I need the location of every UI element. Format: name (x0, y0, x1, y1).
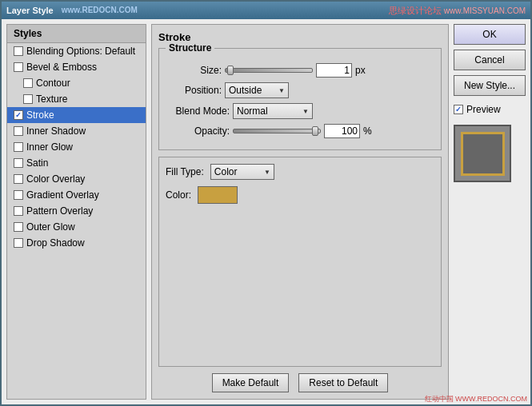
size-unit: px (355, 65, 366, 76)
label-contour: Contour (36, 78, 70, 89)
checkbox-stroke[interactable]: ✓ (14, 110, 23, 120)
make-default-button[interactable]: Make Default (212, 373, 290, 392)
styles-header: Styles (7, 25, 146, 43)
checkbox-inner-glow[interactable] (14, 142, 23, 152)
checkbox-texture[interactable] (23, 94, 33, 104)
sidebar-item-stroke[interactable]: ✓ Stroke (7, 107, 146, 123)
action-panel: OK Cancel New Style... ✓ Preview (454, 24, 526, 400)
preview-label-text: Preview (466, 104, 501, 115)
label-gradient-overlay: Gradient Overlay (26, 189, 99, 201)
sidebar-item-texture[interactable]: Texture (7, 91, 146, 107)
checkbox-outer-glow[interactable] (14, 222, 23, 232)
label-bevel-emboss: Bevel & Emboss (26, 62, 97, 73)
preview-inner (461, 132, 505, 176)
preview-checkbox[interactable]: ✓ (454, 105, 463, 114)
checkbox-satin[interactable] (14, 158, 23, 168)
preview-row: ✓ Preview (454, 104, 526, 115)
ok-button[interactable]: OK (454, 24, 526, 45)
sidebar-item-drop-shadow[interactable]: Drop Shadow (7, 235, 146, 251)
label-inner-glow: Inner Glow (26, 141, 73, 153)
position-select[interactable]: Outside ▼ (225, 82, 289, 98)
checkbox-gradient-overlay[interactable] (14, 190, 23, 200)
fill-group: Fill Type: Color ▼ Color: (158, 157, 442, 367)
sidebar-item-inner-glow[interactable]: Inner Glow (7, 139, 146, 155)
reset-to-default-button[interactable]: Reset to Default (298, 373, 388, 392)
color-label: Color: (166, 189, 191, 201)
checkbox-blending[interactable] (14, 46, 23, 56)
title-bar: Layer Style www.REDOCN.COM 思绿设计论坛 www.MI… (2, 2, 530, 19)
checkbox-contour[interactable] (23, 78, 33, 88)
styles-list: Blending Options: Default Bevel & Emboss… (7, 43, 146, 399)
blend-mode-row: Blend Mode: Normal ▼ (166, 103, 434, 119)
position-arrow: ▼ (278, 87, 285, 94)
main-content: Styles Blending Options: Default Bevel &… (2, 19, 530, 404)
blend-mode-value: Normal (237, 105, 268, 117)
size-label: Size: (166, 65, 222, 76)
opacity-slider-thumb[interactable] (312, 126, 318, 136)
title-right-text: 思绿设计论坛 (389, 6, 442, 15)
title-watermark: www.REDOCN.COM (62, 6, 138, 15)
preview-box (454, 125, 511, 182)
sidebar-item-contour[interactable]: Contour (7, 75, 146, 91)
size-row: Size: px (166, 63, 434, 78)
sidebar-item-color-overlay[interactable]: Color Overlay (7, 171, 146, 187)
title-bar-left: Layer Style www.REDOCN.COM (6, 6, 138, 15)
stroke-title: Stroke (158, 31, 442, 43)
label-drop-shadow: Drop Shadow (26, 237, 85, 249)
opacity-row: Opacity: % (166, 124, 434, 138)
label-stroke: Stroke (26, 109, 54, 121)
opacity-label: Opacity: (166, 125, 230, 137)
sidebar-item-bevel-emboss[interactable]: Bevel & Emboss (7, 59, 146, 75)
layer-style-dialog: Layer Style www.REDOCN.COM 思绿设计论坛 www.MI… (0, 0, 532, 406)
size-slider[interactable] (225, 68, 313, 73)
label-satin: Satin (26, 157, 48, 169)
label-outer-glow: Outer Glow (26, 221, 75, 233)
size-slider-thumb[interactable] (227, 66, 234, 75)
label-color-overlay: Color Overlay (26, 173, 85, 185)
checkbox-color-overlay[interactable] (14, 174, 23, 184)
structure-group: Structure Size: px Position: (158, 48, 442, 150)
fill-type-select[interactable]: Color ▼ (210, 164, 274, 180)
sidebar-item-outer-glow[interactable]: Outer Glow (7, 219, 146, 235)
position-label: Position: (166, 85, 222, 96)
fill-type-value: Color (214, 166, 238, 177)
position-value: Outside (229, 85, 262, 96)
cancel-button[interactable]: Cancel (454, 50, 526, 70)
checkbox-drop-shadow[interactable] (14, 238, 23, 248)
checkbox-pattern-overlay[interactable] (14, 206, 23, 216)
label-blending-options: Blending Options: Default (26, 46, 135, 57)
left-panel: Styles Blending Options: Default Bevel &… (6, 24, 146, 400)
new-style-button[interactable]: New Style... (454, 75, 526, 96)
fill-type-arrow: ▼ (264, 169, 270, 176)
title-text: Layer Style (6, 6, 54, 15)
fill-type-row: Fill Type: Color ▼ (166, 164, 434, 180)
checkbox-bevel[interactable] (14, 62, 23, 72)
label-inner-shadow: Inner Shadow (26, 125, 86, 137)
sidebar-item-satin[interactable]: Satin (7, 155, 146, 171)
sidebar-item-blending-options[interactable]: Blending Options: Default (7, 43, 146, 59)
title-bar-right: 思绿设计论坛 www.MISSYUAN.COM (389, 5, 526, 17)
opacity-input[interactable] (324, 124, 360, 138)
blend-mode-select[interactable]: Normal ▼ (233, 103, 313, 119)
position-row: Position: Outside ▼ (166, 82, 434, 98)
sidebar-item-pattern-overlay[interactable]: Pattern Overlay (7, 203, 146, 219)
size-input[interactable] (316, 63, 352, 78)
color-swatch[interactable] (198, 186, 238, 204)
watermark: 红动中国 WWW.REDOCN.COM (425, 394, 528, 404)
sidebar-item-gradient-overlay[interactable]: Gradient Overlay (7, 187, 146, 203)
blend-mode-arrow: ▼ (302, 108, 309, 115)
structure-title: Structure (166, 42, 214, 54)
center-panel: Stroke Structure Size: px (151, 24, 449, 400)
bottom-buttons: Make Default Reset to Default (158, 373, 442, 392)
checkbox-inner-shadow[interactable] (14, 126, 23, 136)
sidebar-item-inner-shadow[interactable]: Inner Shadow (7, 123, 146, 139)
fill-type-label: Fill Type: (166, 166, 204, 177)
label-pattern-overlay: Pattern Overlay (26, 205, 93, 217)
right-panel: Stroke Structure Size: px (151, 24, 526, 400)
opacity-slider[interactable] (233, 129, 321, 133)
label-texture: Texture (36, 94, 67, 105)
opacity-unit: % (363, 125, 372, 137)
title-right-watermark: www.MISSYUAN.COM (444, 6, 526, 15)
color-row: Color: (166, 186, 434, 204)
blend-mode-label: Blend Mode: (166, 105, 230, 117)
